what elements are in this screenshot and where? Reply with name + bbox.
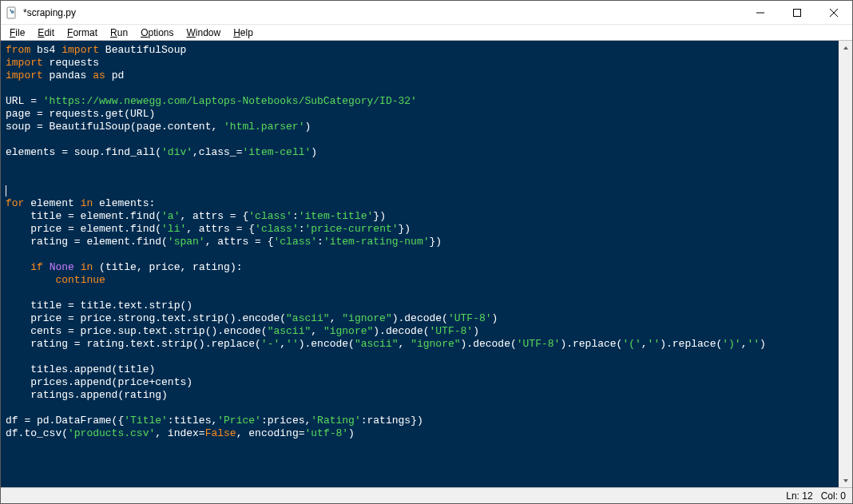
svg-point-1 (10, 10, 10, 10)
code-token: 'UTF-8' (517, 338, 561, 350)
code-token: 'span' (168, 236, 205, 248)
code-token: ,class_= (192, 146, 242, 158)
code-token: False (205, 427, 236, 439)
code-token: 'li' (161, 223, 186, 235)
menu-edit[interactable]: Edit (32, 26, 60, 39)
scroll-up-button[interactable] (839, 41, 852, 54)
code-token: , (311, 325, 323, 337)
svg-rect-4 (794, 9, 801, 16)
menu-window[interactable]: Window (181, 26, 227, 39)
code-token: in (81, 261, 93, 273)
code-token: ).decode( (461, 338, 517, 350)
code-token: title = title.text.strip() (6, 300, 192, 312)
text-cursor (6, 185, 6, 196)
code-token: ).replace( (560, 338, 622, 350)
minimize-button[interactable] (742, 1, 779, 24)
code-token: 'Price' (217, 415, 261, 427)
code-token: page = requests.get(URL) (6, 108, 155, 120)
code-token: 'UTF-8' (448, 312, 492, 324)
code-token: ) (492, 312, 498, 324)
code-token: ).replace( (660, 338, 722, 350)
menu-format[interactable]: Format (61, 26, 103, 39)
code-token (6, 274, 55, 286)
code-token: , (399, 338, 411, 350)
menu-bar: File Edit Format Run Options Window Help (1, 25, 852, 41)
status-line: Ln: 12 (786, 490, 812, 502)
code-token: None (50, 261, 74, 273)
code-token: soup = BeautifulSoup(page.content, (6, 121, 224, 133)
editor-area: from bs4 import BeautifulSoup import req… (1, 41, 852, 487)
code-token: '' (648, 338, 661, 350)
code-token: '(' (622, 338, 641, 350)
code-token: , index= (155, 427, 204, 439)
code-token: ratings.append(rating) (6, 389, 168, 401)
code-token: titles.append(title) (6, 363, 155, 375)
code-token: }) (373, 210, 386, 222)
code-token: 'item-cell' (242, 146, 311, 158)
code-token: :ratings}) (361, 415, 423, 427)
code-token: , (280, 338, 286, 350)
code-token: df.to_csv( (6, 427, 68, 439)
code-token (74, 261, 81, 273)
status-col: Col: 0 (821, 490, 846, 502)
maximize-button[interactable] (779, 1, 815, 24)
close-button[interactable] (815, 1, 852, 24)
code-token: 'price-current' (305, 223, 399, 235)
code-token: URL = (6, 95, 43, 107)
code-token: "ignore" (323, 325, 373, 337)
code-token: 'class' (273, 236, 317, 248)
code-token: , (330, 312, 343, 324)
menu-options[interactable]: Options (135, 26, 179, 39)
code-token: ) (348, 427, 355, 439)
code-token: 'https://www.newegg.com/Laptops-Notebook… (43, 95, 417, 107)
code-token: pd (105, 69, 124, 81)
menu-file[interactable]: File (4, 26, 30, 39)
code-token: '-' (261, 338, 280, 350)
status-bar: Ln: 12 Col: 0 (1, 487, 852, 503)
code-token: if (30, 261, 43, 273)
code-token: 'div' (161, 146, 192, 158)
code-token (6, 261, 30, 273)
vertical-scrollbar[interactable] (839, 41, 852, 487)
code-token: ).decode( (392, 312, 448, 324)
code-token: df = pd.DataFrame({ (6, 415, 124, 427)
scroll-down-button[interactable] (839, 474, 852, 487)
code-token: import (61, 44, 99, 56)
code-token: ')' (722, 338, 740, 350)
code-token: "ascii" (355, 338, 399, 350)
code-token: 'a' (161, 210, 180, 222)
menu-run[interactable]: Run (105, 26, 133, 39)
scroll-track[interactable] (839, 54, 852, 474)
menu-help[interactable]: Help (228, 26, 259, 39)
idle-window: *scraping.py File Edit Format Run Option… (0, 0, 853, 504)
code-token: :prices, (261, 415, 311, 427)
code-token: 'UTF-8' (430, 325, 474, 337)
code-token: : (292, 210, 299, 222)
code-token: 'Rating' (311, 415, 360, 427)
code-token: pandas (43, 69, 93, 81)
code-editor[interactable]: from bs4 import BeautifulSoup import req… (1, 41, 839, 487)
code-token: , encoding= (236, 427, 305, 439)
code-token: '' (747, 338, 760, 350)
code-token: ).encode( (299, 338, 355, 350)
title-bar[interactable]: *scraping.py (1, 1, 852, 25)
svg-marker-7 (843, 46, 848, 50)
window-controls (742, 1, 852, 24)
code-token: ) (304, 121, 311, 133)
code-token: cents = price.sup.text.strip().encode( (6, 325, 268, 337)
code-token: "ascii" (268, 325, 311, 337)
code-token: }) (399, 223, 411, 235)
code-token: element (24, 197, 80, 209)
code-token: 'products.csv' (68, 427, 155, 439)
code-token: from (6, 44, 30, 56)
code-token: 'class' (255, 223, 299, 235)
window-title: *scraping.py (23, 7, 76, 18)
code-token: :titles, (168, 415, 217, 427)
code-token: title = element.find( (6, 210, 161, 222)
code-token: elements: (93, 197, 155, 209)
code-token: price = element.find( (6, 223, 161, 235)
code-token: elements = soup.find_all( (6, 146, 161, 158)
code-token: 'html.parser' (224, 121, 304, 133)
code-token: ) (760, 338, 766, 350)
code-token: : (317, 236, 323, 248)
